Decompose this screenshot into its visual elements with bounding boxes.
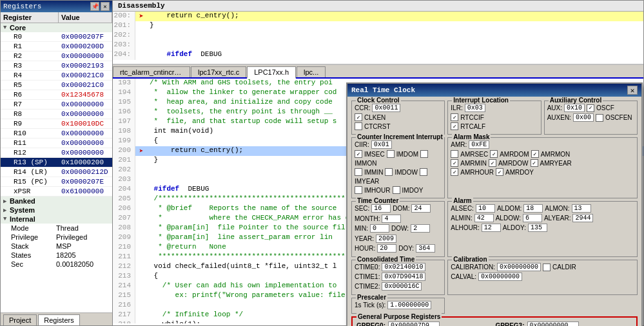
table-row[interactable]: R40x000021C0 xyxy=(1,71,112,81)
immin-checkbox[interactable] xyxy=(355,168,362,176)
imhour-imdoy-row: IMHOUR IMDOY xyxy=(355,186,442,194)
sec-value[interactable]: 16 xyxy=(371,204,391,213)
imyear-checkbox[interactable] xyxy=(420,168,427,176)
core-group-label: Core xyxy=(10,24,26,32)
rtcalf-checkbox[interactable] xyxy=(451,122,458,130)
table-row[interactable]: R80x00000000 xyxy=(1,110,112,119)
amr-label: AMR: xyxy=(451,141,467,148)
table-row[interactable]: R100x00000000 xyxy=(1,129,112,139)
dow-value[interactable]: 2 xyxy=(411,224,430,233)
ctcrst-checkbox[interactable] xyxy=(355,122,362,130)
core-group: ▼ Core R00x0000207F R10x0000200D R20x000… xyxy=(1,23,112,197)
consolidated-time-section: Consolidated Time CTIME0: 0x02140010 CTI… xyxy=(351,260,445,295)
amrsec-checkbox[interactable] xyxy=(451,150,458,158)
ciir-value[interactable]: 0x01 xyxy=(371,140,392,149)
prescaler-title: Prescaler xyxy=(356,294,387,301)
ctime0-value[interactable]: 0x02140010 xyxy=(382,263,425,271)
gpreg3-value[interactable]: 0x00000000 xyxy=(527,321,579,326)
ilr-value[interactable]: 0x03 xyxy=(465,104,485,112)
aldow-value[interactable]: 6 xyxy=(523,214,542,222)
pin-button[interactable]: 📌 xyxy=(90,2,99,11)
tab-lpc17xx-h[interactable]: LPC17xx.h xyxy=(247,66,296,79)
amrdow-checkbox[interactable] xyxy=(489,159,496,167)
core-group-header[interactable]: ▼ Core xyxy=(1,23,112,32)
imdom-checkbox[interactable] xyxy=(387,150,395,158)
banked-expand-arrow: ▶ xyxy=(3,198,10,205)
imdow-checkbox[interactable] xyxy=(385,168,393,176)
table-row[interactable]: R110x00000000 xyxy=(1,139,112,148)
auxen-value[interactable]: 0x00 xyxy=(573,113,594,122)
banked-group: ▶ Banked xyxy=(1,197,112,206)
tick-value[interactable]: 1.00000000 xyxy=(387,301,431,309)
internal-group: ▼ Internal ModeThread PrivilegePrivilege… xyxy=(1,215,112,269)
table-row[interactable]: R10x0000200D xyxy=(1,42,112,52)
table-row[interactable]: R70x00000000 xyxy=(1,100,112,110)
amryear-checkbox[interactable] xyxy=(531,159,538,167)
amrdoy-checkbox[interactable] xyxy=(496,168,503,176)
table-row[interactable]: R30x00002193 xyxy=(1,61,112,71)
hour-value[interactable]: 20 xyxy=(377,244,396,253)
amrmon-checkbox[interactable] xyxy=(531,150,539,158)
gpr-grid: GPREG0: 0x000007D9 GPREG3: 0x00000000 GP… xyxy=(356,321,632,326)
table-row[interactable]: R13 (SP)0x10000200 xyxy=(1,158,112,168)
banked-group-header[interactable]: ▶ Banked xyxy=(1,197,112,206)
oscf-checkbox[interactable] xyxy=(587,104,594,112)
internal-group-header[interactable]: ▼ Internal xyxy=(1,215,112,224)
internal-group-label: Internal xyxy=(10,215,35,223)
imsec-checkbox[interactable] xyxy=(355,150,362,158)
table-row[interactable]: R20x00000000 xyxy=(1,52,112,61)
immon-checkbox[interactable] xyxy=(420,150,428,158)
imdoy-checkbox[interactable] xyxy=(393,186,400,194)
oscfen-checkbox[interactable] xyxy=(596,114,603,122)
ciir-label: CIIR: xyxy=(355,141,369,148)
calval-row: CALVAL: 0x00000000 xyxy=(451,273,634,281)
table-row[interactable]: R90x100010DC xyxy=(1,119,112,129)
ctime1-value[interactable]: 0x07D90418 xyxy=(382,273,425,281)
dom-value[interactable]: 24 xyxy=(411,204,431,213)
table-row[interactable]: R14 (LR)0x00000212D xyxy=(1,168,112,177)
amr-value[interactable]: 0xFE xyxy=(469,140,489,149)
almin-value[interactable]: 42 xyxy=(474,214,494,222)
alsec-value[interactable]: 10 xyxy=(476,204,495,213)
ctime2-value[interactable]: 0x000016C xyxy=(382,282,422,291)
aldoy-value[interactable]: 135 xyxy=(528,224,547,232)
rtccif-checkbox[interactable] xyxy=(451,113,458,121)
min-value[interactable]: 0 xyxy=(370,224,389,233)
month-value[interactable]: 4 xyxy=(382,215,401,223)
table-row[interactable]: R15 (PC)0x0000207E xyxy=(1,177,112,187)
register-tree[interactable]: ▼ Core R00x0000207F R10x0000200D R20x000… xyxy=(1,23,112,312)
table-row[interactable]: R60x12345678 xyxy=(1,90,112,100)
table-row[interactable]: R120x00000000 xyxy=(1,148,112,158)
aldom-value[interactable]: 18 xyxy=(523,204,543,213)
calval-value[interactable]: 0x00000000 xyxy=(478,273,522,281)
rtc-close-button[interactable]: ✕ xyxy=(627,86,638,95)
ccr-value[interactable]: 0x0011 xyxy=(372,104,400,112)
alyear-value[interactable]: 2944 xyxy=(572,214,593,222)
disassembly-code[interactable]: 200: ➤ return c_entry(); 201: } 202: 203… xyxy=(113,12,643,62)
tab-lpc-extra[interactable]: lpc... xyxy=(297,66,326,77)
almon-value[interactable]: 13 xyxy=(572,204,591,213)
registers-tab[interactable]: Registers xyxy=(38,314,79,325)
table-row[interactable]: R50x000021C0 xyxy=(1,81,112,90)
clken-checkbox[interactable] xyxy=(355,113,362,121)
amrmin-checkbox[interactable] xyxy=(451,159,458,167)
amrdom-checkbox[interactable] xyxy=(490,150,498,158)
doy-value[interactable]: 364 xyxy=(416,244,435,253)
imhour-checkbox[interactable] xyxy=(355,186,362,194)
close-button[interactable]: ✕ xyxy=(101,2,110,11)
aux-control-title: Auxiliary Control xyxy=(549,97,603,104)
gpreg0-value[interactable]: 0x000007D9 xyxy=(388,321,440,326)
year-value[interactable]: 2009 xyxy=(376,235,396,243)
ctime2-row: CTIME2: 0x000016C xyxy=(355,282,442,291)
alhour-value[interactable]: 12 xyxy=(482,224,501,232)
amrhour-checkbox[interactable] xyxy=(451,168,458,176)
tab-rtc-alarm[interactable]: rtc_alarm_cntincr_int.c xyxy=(113,66,190,77)
caldir-checkbox[interactable] xyxy=(543,264,551,271)
table-row[interactable]: R00x0000207F xyxy=(1,32,112,42)
aux-value[interactable]: 0x10 xyxy=(564,104,585,112)
table-row[interactable]: xPSR0x61000000 xyxy=(1,187,112,197)
calibration-value[interactable]: 0x00000000 xyxy=(497,263,541,271)
project-tab[interactable]: Project xyxy=(3,314,37,325)
tab-lpc17xx-rtc[interactable]: lpc17xx_rtc.c xyxy=(191,66,246,77)
system-group-header[interactable]: ▶ System xyxy=(1,206,112,215)
